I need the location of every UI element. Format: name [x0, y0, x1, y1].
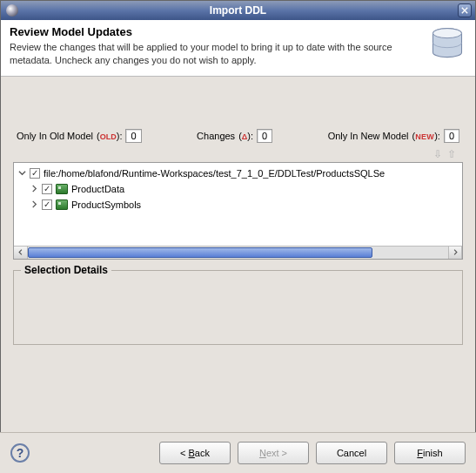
tree-root-row[interactable]: file:/home/blafond/Runtime-Workspaces/te…	[17, 166, 459, 181]
only-old-value: 0	[125, 129, 141, 143]
changes-value: 0	[257, 129, 272, 143]
tree-root-label: file:/home/blafond/Runtime-Workspaces/te…	[44, 168, 385, 179]
table-icon	[56, 199, 68, 210]
only-old-group: Only In Old Model (OLD): 0	[17, 129, 142, 143]
expand-toggle[interactable]	[30, 185, 38, 193]
expand-toggle[interactable]	[30, 200, 38, 209]
changes-group: Changes (Δ): 0	[197, 129, 272, 143]
client-area: Only In Old Model (OLD): 0 Changes (Δ): …	[1, 77, 475, 354]
selection-details-legend: Selection Details	[21, 264, 111, 276]
selection-details-group: Selection Details	[13, 270, 463, 345]
wizard-banner: Review Model Updates Review the changes …	[1, 20, 475, 77]
cancel-button[interactable]: Cancel	[316, 442, 387, 464]
table-icon	[56, 184, 68, 194]
chevron-right-icon	[453, 249, 459, 255]
arrow-down-icon[interactable]: ⇩	[433, 148, 442, 160]
window-title: Import DDL	[1, 4, 475, 17]
scroll-track[interactable]	[28, 247, 448, 259]
chevron-left-icon	[17, 249, 23, 255]
close-button[interactable]	[458, 3, 472, 17]
svg-point-1	[433, 29, 462, 38]
title-bar: Import DDL	[1, 1, 475, 20]
next-button: Next >	[238, 442, 309, 464]
expand-toggle[interactable]	[17, 169, 26, 178]
tree-item-row[interactable]: ProductData	[17, 181, 459, 197]
horizontal-scrollbar[interactable]	[14, 246, 462, 259]
app-icon	[6, 4, 18, 17]
only-old-label: Only In Old Model	[17, 131, 93, 141]
banner-description: Review the changes that will be applied …	[10, 41, 421, 67]
button-bar: ? < Back Next > Cancel Finish	[0, 432, 476, 473]
scroll-thumb[interactable]	[28, 247, 372, 258]
tree-item-label: ProductData	[71, 184, 124, 194]
tree-viewer: file:/home/blafond/Runtime-Workspaces/te…	[13, 162, 463, 260]
only-old-tag: (OLD):	[97, 131, 122, 141]
checkbox[interactable]	[42, 184, 52, 194]
database-icon	[428, 25, 466, 65]
arrow-up-icon[interactable]: ⇧	[447, 148, 456, 160]
tree-item-row[interactable]: ProductSymbols	[17, 197, 459, 213]
nav-arrows: ⇩ ⇧	[13, 146, 463, 162]
help-button[interactable]: ?	[10, 443, 30, 463]
only-new-label: Only In New Model	[328, 131, 409, 141]
checkbox[interactable]	[42, 199, 52, 210]
finish-button[interactable]: Finish	[394, 442, 466, 464]
only-new-group: Only In New Model (NEW): 0	[328, 129, 459, 143]
scroll-right-button[interactable]	[448, 247, 462, 259]
checkbox[interactable]	[30, 168, 40, 179]
only-new-tag: (NEW):	[412, 131, 440, 141]
only-new-value: 0	[444, 129, 459, 143]
scroll-left-button[interactable]	[14, 247, 28, 259]
close-icon	[461, 7, 468, 14]
changes-tag: (Δ):	[238, 131, 253, 141]
changes-label: Changes	[197, 131, 235, 141]
banner-heading: Review Model Updates	[10, 25, 421, 38]
tree-item-label: ProductSymbols	[71, 199, 141, 210]
counts-row: Only In Old Model (OLD): 0 Changes (Δ): …	[13, 129, 463, 146]
back-button[interactable]: < Back	[159, 442, 231, 464]
